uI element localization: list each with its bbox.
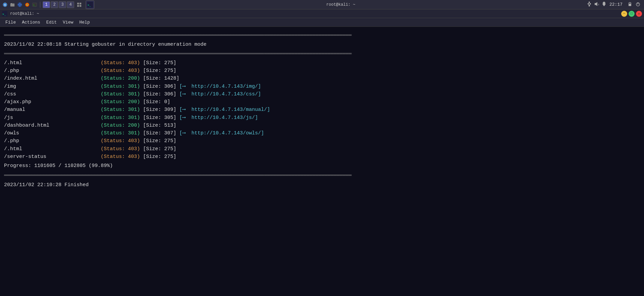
arrow-5: [⟶ [179, 90, 191, 98]
arrow-7: [⟶ [179, 106, 191, 114]
status-11: (Status: 403) [101, 137, 143, 145]
status-5: (Status: 301) [101, 90, 143, 98]
result-line-12: /.html (Status: 403) [Size: 275] [4, 145, 640, 153]
status-12: (Status: 403) [101, 145, 143, 153]
path-9: /dashboard.html [4, 122, 101, 129]
path-6: /ajax.php [4, 98, 101, 106]
workspace-3[interactable]: 3 [59, 1, 66, 8]
path-13: /server-status [4, 153, 101, 161]
bottom-divider: ════════════════════════════════════════… [4, 172, 640, 179]
size-11: [Size: 275] [143, 137, 176, 145]
status-4: (Status: 301) [101, 83, 143, 90]
url-7: http://10.4.7.143/manual/] [191, 106, 270, 114]
status-10: (Status: 301) [101, 129, 143, 137]
size-7: [Size: 309] [143, 106, 179, 114]
taskbar-terminal-app[interactable]: >_ [86, 0, 94, 9]
size-5: [Size: 306] [143, 90, 179, 98]
terminal-icon-tb[interactable]: >_ [32, 2, 38, 8]
size-10: [Size: 307] [143, 129, 179, 137]
power-icon[interactable] [635, 1, 641, 8]
result-line-10: /owls (Status: 301) [Size: 307] [⟶ http:… [4, 129, 640, 137]
files-icon[interactable] [9, 2, 15, 8]
svg-line-25 [589, 3, 590, 3]
workspace-4[interactable]: 4 [67, 1, 74, 8]
close-button[interactable]: ✕ [636, 11, 642, 17]
size-4: [Size: 306] [143, 83, 179, 90]
workspace-1[interactable]: 1 [43, 1, 50, 8]
svg-rect-4 [11, 3, 12, 4]
result-line-8: /js (Status: 301) [Size: 305] [⟶ http://… [4, 114, 640, 122]
mid-divider: ════════════════════════════════════════… [4, 50, 640, 58]
svg-line-27 [589, 4, 590, 5]
menu-help[interactable]: Help [77, 19, 92, 26]
network-icon [587, 1, 592, 8]
result-line-2: /.php (Status: 403) [Size: 275] [4, 67, 640, 75]
status-3: (Status: 200) [101, 75, 143, 82]
firefox-icon[interactable] [24, 2, 30, 8]
result-line-1: /.html (Status: 403) [Size: 275] [4, 59, 640, 67]
svg-rect-23 [589, 5, 590, 6]
svg-line-24 [588, 3, 589, 3]
finish-line: 2023/11/02 22:10:28 Finished [4, 181, 640, 189]
url-5: http://10.4.7.143/css/] [191, 90, 261, 98]
svg-rect-20 [589, 2, 590, 3]
svg-text:>_: >_ [2, 12, 6, 16]
window-controls[interactable]: ─ □ ✕ [621, 11, 642, 17]
svg-point-32 [604, 5, 604, 6]
status-8: (Status: 301) [101, 114, 143, 122]
svg-rect-33 [629, 4, 631, 6]
clock: 22:17 [609, 2, 623, 7]
svg-text:>_: >_ [33, 3, 36, 6]
url-10: http://10.4.7.143/owls/] [191, 129, 264, 137]
arrow-4: [⟶ [179, 83, 191, 90]
maximize-button[interactable]: □ [629, 11, 635, 17]
path-12: /.html [4, 145, 101, 153]
volume-icon[interactable]: ) ) [594, 1, 599, 8]
path-7: /manual [4, 106, 101, 114]
workspace-2[interactable]: 2 [51, 1, 58, 8]
arrow-8: [⟶ [179, 114, 191, 122]
status-9: (Status: 200) [101, 122, 143, 129]
tray-icons: ) ) [587, 1, 607, 8]
workspace-switcher[interactable]: 1 2 3 4 [43, 1, 74, 8]
taskbar-separator-1 [40, 2, 40, 8]
svg-line-26 [588, 4, 589, 5]
menu-edit[interactable]: Edit [44, 19, 59, 26]
result-line-13: /server-status (Status: 403) [Size: 275] [4, 153, 640, 161]
path-10: /owls [4, 129, 101, 137]
terminal-output[interactable]: ════════════════════════════════════════… [0, 27, 644, 296]
size-1: [Size: 275] [143, 59, 176, 67]
result-line-9: /dashboard.html (Status: 200) [Size: 513… [4, 122, 640, 129]
minimize-button[interactable]: ─ [621, 11, 627, 17]
arrow-10: [⟶ [179, 129, 191, 137]
size-8: [Size: 305] [143, 114, 179, 122]
svg-text:>_: >_ [88, 3, 91, 6]
terminal-title-text: root@kali: ~ [10, 11, 39, 16]
svg-rect-22 [590, 3, 591, 4]
workspace-overview-icon[interactable] [76, 2, 82, 8]
size-2: [Size: 275] [143, 67, 176, 75]
menu-view[interactable]: View [60, 19, 76, 26]
svg-point-11 [27, 4, 28, 5]
terminal-window: >_ root@kali: ~ ─ □ ✕ File Actions Edit … [0, 9, 644, 296]
path-4: /img [4, 83, 101, 90]
browser-icon[interactable] [17, 2, 23, 8]
result-line-4: /img (Status: 301) [Size: 306] [⟶ http:/… [4, 83, 640, 90]
size-9: [Size: 513] [143, 122, 176, 129]
path-5: /css [4, 90, 101, 98]
kali-menu-icon[interactable]: K [2, 2, 8, 8]
progress-line: Progress: 1101605 / 1102805 (99.89%) [4, 162, 640, 170]
status-13: (Status: 403) [101, 153, 143, 161]
result-line-5: /css (Status: 301) [Size: 306] [⟶ http:/… [4, 90, 640, 98]
path-11: /.php [4, 137, 101, 145]
notification-icon[interactable] [601, 1, 607, 8]
status-1: (Status: 403) [101, 59, 143, 67]
lock-icon[interactable] [627, 1, 633, 8]
menu-actions[interactable]: Actions [19, 19, 43, 26]
menu-file[interactable]: File [3, 19, 18, 26]
svg-marker-28 [595, 2, 597, 6]
size-13: [Size: 275] [143, 153, 176, 161]
menu-bar: File Actions Edit View Help [0, 18, 644, 27]
svg-rect-15 [80, 2, 81, 4]
svg-rect-21 [588, 3, 589, 4]
